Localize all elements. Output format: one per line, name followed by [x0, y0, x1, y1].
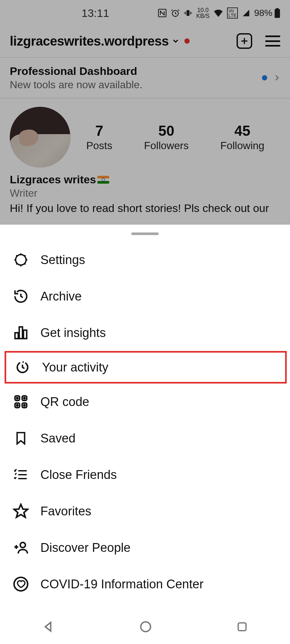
- svg-rect-6: [192, 12, 192, 14]
- insights-icon: [12, 324, 29, 341]
- svg-point-25: [20, 542, 25, 548]
- menu-label: Get insights: [40, 326, 106, 340]
- heart-circle-icon: [12, 576, 29, 593]
- archive-icon: [12, 288, 29, 305]
- menu-your-activity[interactable]: Your activity: [6, 353, 283, 382]
- highlighted-menu-your-activity: Your activity: [5, 351, 287, 384]
- alarm-icon: [171, 8, 180, 18]
- battery-icon: [274, 8, 280, 18]
- menu-qr-code[interactable]: QR code: [0, 384, 290, 420]
- posts-stat[interactable]: 7 Posts: [86, 123, 112, 152]
- svg-point-27: [141, 622, 151, 632]
- menu-covid-info[interactable]: COVID-19 Information Center: [0, 566, 290, 602]
- discover-people-icon: [12, 539, 29, 556]
- professional-dashboard-row[interactable]: Professional Dashboard New tools are now…: [0, 57, 290, 98]
- close-friends-icon: [12, 466, 29, 483]
- battery-percent: 98%: [254, 8, 272, 18]
- menu-archive[interactable]: Archive: [0, 278, 290, 315]
- menu-favorites[interactable]: Favorites: [0, 493, 290, 529]
- posts-count: 7: [86, 123, 112, 139]
- blue-dot-icon: [262, 75, 267, 80]
- svg-rect-12: [23, 330, 27, 339]
- svg-rect-2: [187, 10, 190, 16]
- svg-point-9: [16, 255, 26, 265]
- svg-rect-7: [275, 9, 280, 18]
- bottom-sheet: Settings Archive Get insights Your activ…: [0, 225, 290, 644]
- volte-icon: VoLTE: [227, 7, 238, 19]
- svg-marker-24: [14, 504, 28, 517]
- profile-category: Writer: [10, 187, 280, 199]
- username-switcher[interactable]: lizgraceswrites.wordpress: [10, 34, 190, 49]
- menu-label: Favorites: [40, 504, 91, 518]
- posts-label: Posts: [86, 140, 112, 152]
- vibrate-icon: [184, 8, 192, 18]
- star-icon: [12, 503, 29, 520]
- menu-label: Archive: [40, 289, 82, 303]
- qr-code-icon: [12, 393, 29, 410]
- svg-point-26: [14, 577, 28, 591]
- menu-label: Your activity: [42, 360, 108, 374]
- nav-home-button[interactable]: [139, 620, 152, 633]
- dashboard-subtitle: New tools are now available.: [10, 79, 142, 91]
- menu-label: Discover People: [40, 541, 131, 555]
- menu-insights[interactable]: Get insights: [0, 315, 290, 351]
- following-label: Following: [220, 140, 264, 152]
- following-stat[interactable]: 45 Following: [220, 123, 264, 152]
- menu-close-friends[interactable]: Close Friends: [0, 456, 290, 493]
- svg-rect-28: [238, 623, 246, 631]
- chevron-down-icon: [171, 37, 180, 45]
- svg-point-20: [17, 405, 18, 406]
- menu-label: Saved: [40, 431, 76, 445]
- profile-bio: Hi! If you love to read short stories! P…: [10, 201, 280, 215]
- plus-icon: [240, 36, 249, 46]
- network-speed: 10.0 KB/S: [196, 7, 210, 19]
- menu-label: Close Friends: [40, 468, 117, 482]
- svg-rect-11: [19, 327, 22, 339]
- sheet-drag-handle[interactable]: [131, 232, 159, 235]
- saved-icon: [12, 430, 29, 447]
- status-time: 13:11: [81, 7, 109, 20]
- dashboard-title: Professional Dashboard: [10, 65, 142, 77]
- followers-stat[interactable]: 50 Followers: [144, 123, 189, 152]
- svg-point-18: [17, 398, 18, 399]
- signal-icon: [242, 9, 250, 17]
- flag-icon: [97, 176, 109, 184]
- svg-rect-3: [185, 12, 186, 15]
- menu-discover-people[interactable]: Discover People: [0, 529, 290, 566]
- wifi-icon: [213, 9, 223, 17]
- display-name: Lizgraces writes: [10, 173, 280, 186]
- create-button[interactable]: [237, 33, 252, 49]
- profile-header: lizgraceswrites.wordpress: [0, 26, 290, 57]
- system-navigation-bar: [0, 609, 290, 644]
- svg-rect-10: [15, 333, 18, 339]
- chevron-right-icon: [273, 73, 280, 83]
- svg-rect-5: [184, 12, 185, 14]
- svg-point-19: [24, 398, 25, 399]
- nav-back-button[interactable]: [42, 620, 55, 633]
- activity-icon: [14, 359, 31, 376]
- avatar[interactable]: [10, 107, 70, 167]
- nfc-icon: [158, 8, 167, 18]
- menu-settings[interactable]: Settings: [0, 242, 290, 278]
- settings-icon: [12, 251, 29, 268]
- following-count: 45: [220, 123, 264, 139]
- followers-count: 50: [144, 123, 189, 139]
- followers-label: Followers: [144, 140, 189, 152]
- notification-dot: [184, 38, 190, 44]
- svg-point-21: [24, 405, 25, 406]
- svg-rect-4: [190, 12, 191, 15]
- username-label: lizgraceswrites.wordpress: [10, 34, 169, 49]
- nav-recent-button[interactable]: [236, 621, 248, 633]
- menu-label: QR code: [40, 395, 89, 409]
- menu-label: Settings: [40, 253, 85, 267]
- menu-label: COVID-19 Information Center: [40, 577, 204, 591]
- svg-rect-8: [276, 8, 279, 9]
- menu-saved[interactable]: Saved: [0, 420, 290, 456]
- status-bar: 13:11 10.0 KB/S VoLTE 98%: [0, 0, 290, 26]
- menu-button[interactable]: [265, 35, 280, 47]
